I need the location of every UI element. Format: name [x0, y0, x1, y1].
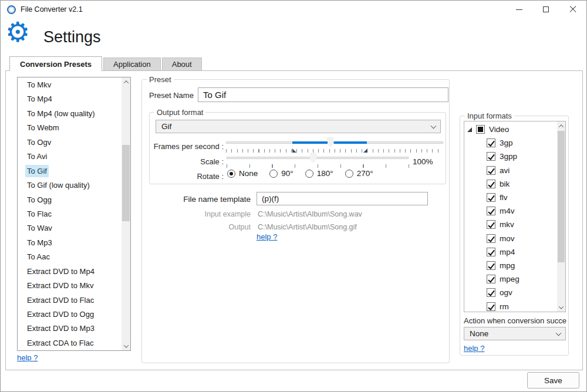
checkbox-checked-icon[interactable]: [487, 207, 495, 215]
scroll-thumb[interactable]: [558, 131, 565, 262]
format-item-3gpp[interactable]: 3gpp: [464, 150, 557, 163]
rotate-option-90[interactable]: 90°: [269, 169, 293, 178]
scale-slider[interactable]: [227, 153, 409, 163]
preset-item-to-gif-low-quality[interactable]: To Gif (low quality): [18, 178, 122, 192]
output-format-group-label: Output format: [154, 108, 205, 117]
preset-item-to-avi[interactable]: To Avi: [18, 150, 122, 164]
preset-item-label: To Mp4: [25, 93, 54, 105]
radio-icon[interactable]: [227, 170, 235, 178]
format-category-video[interactable]: Video: [464, 123, 557, 136]
format-item-mp4[interactable]: mp4: [464, 245, 557, 259]
preset-item-extract-dvd-to-flac[interactable]: Extract DVD to Flac: [18, 293, 122, 307]
preset-item-label: To Webm: [25, 121, 61, 134]
preset-item-label: To Wav: [25, 222, 54, 234]
formats-help-link[interactable]: help ?: [464, 344, 484, 353]
format-item-3gp[interactable]: 3gp: [464, 136, 557, 150]
fps-slider[interactable]: [226, 137, 443, 148]
tree-expander-icon[interactable]: [467, 127, 472, 132]
preset-item-extract-dvd-to-mp4[interactable]: Extract DVD to Mp4: [18, 265, 122, 279]
close-button[interactable]: [559, 1, 586, 18]
preset-item-label: Extract DVD to Ogg: [25, 308, 96, 320]
scale-slider-thumb[interactable]: [310, 153, 316, 163]
format-item-mpg[interactable]: mpg: [464, 259, 557, 272]
output-example-label: Output: [174, 223, 251, 231]
radio-icon[interactable]: [269, 170, 278, 178]
checkbox-checked-icon[interactable]: [487, 234, 495, 243]
preset-item-extract-cda-to-flac[interactable]: Extract CDA to Flac: [18, 336, 122, 350]
preset-name-input[interactable]: [198, 87, 448, 102]
preset-item-to-ogg[interactable]: To Ogg: [18, 193, 122, 207]
format-item-ogv[interactable]: ogv: [464, 286, 557, 299]
checkbox-checked-icon[interactable]: [487, 166, 495, 175]
tab-about[interactable]: About: [162, 58, 202, 70]
checkbox-checked-icon[interactable]: [487, 261, 495, 270]
radio-label: 90°: [281, 169, 293, 178]
presets-help-link[interactable]: help ?: [17, 353, 38, 362]
format-item-label: mp4: [500, 248, 515, 256]
scroll-up-icon[interactable]: [122, 77, 130, 86]
checkbox-checked-icon[interactable]: [487, 288, 495, 297]
checkbox-checked-icon[interactable]: [487, 275, 495, 283]
format-item-rm[interactable]: rm: [464, 299, 557, 312]
radio-label: 180°: [317, 169, 333, 178]
minimize-button[interactable]: [505, 1, 532, 18]
tab-strip: Conversion PresetsApplicationAbout: [9, 56, 202, 71]
format-item-mov[interactable]: mov: [464, 232, 557, 245]
format-item-mkv[interactable]: mkv: [464, 218, 557, 231]
fps-slider-thumb[interactable]: [328, 137, 334, 148]
format-item-bik[interactable]: bik: [464, 177, 557, 191]
preset-item-to-flac[interactable]: To Flac: [18, 207, 122, 221]
preset-item-to-mkv[interactable]: To Mkv: [18, 78, 122, 92]
preset-item-to-aac[interactable]: To Aac: [18, 250, 122, 264]
checkbox-checked-icon[interactable]: [487, 248, 495, 256]
preset-item-extract-dvd-to-mkv[interactable]: Extract DVD to Mkv: [18, 279, 122, 293]
preset-item-to-mp4[interactable]: To Mp4: [18, 92, 122, 106]
format-item-m4v[interactable]: m4v: [464, 204, 557, 218]
scroll-down-icon[interactable]: [122, 342, 130, 350]
scroll-thumb[interactable]: [122, 145, 130, 221]
template-help-link[interactable]: help ?: [257, 232, 277, 241]
checkbox-checked-icon[interactable]: [487, 302, 495, 311]
preset-list-scrollbar[interactable]: [122, 77, 130, 350]
format-item-label: mov: [500, 234, 515, 243]
checkbox-checked-icon[interactable]: [487, 180, 495, 188]
output-format-select[interactable]: Gif: [156, 120, 441, 133]
tab-conversion-presets[interactable]: Conversion Presets: [9, 56, 102, 71]
preset-item-to-gif[interactable]: To Gif: [18, 164, 122, 178]
output-example-value: C:\Music\Artist\Album\Song.gif: [258, 223, 357, 231]
format-tree-scrollbar[interactable]: [557, 121, 565, 312]
scroll-up-icon[interactable]: [557, 121, 565, 130]
checkbox-checked-icon[interactable]: [487, 220, 495, 229]
conversion-action-select[interactable]: None: [464, 327, 566, 340]
fps-range-start-marker: [292, 148, 296, 153]
rotate-option-none[interactable]: None: [227, 169, 258, 178]
checkbox-checked-icon[interactable]: [487, 138, 495, 147]
radio-icon[interactable]: [345, 170, 353, 178]
preset-item-to-ogv[interactable]: To Ogv: [18, 136, 122, 150]
rotate-option-270[interactable]: 270°: [345, 169, 373, 178]
checkbox-indeterminate-icon[interactable]: [476, 125, 485, 134]
preset-item-extract-dvd-to-mp3[interactable]: Extract DVD to Mp3: [18, 322, 122, 336]
preset-item-to-wav[interactable]: To Wav: [18, 221, 122, 235]
scale-slider-track[interactable]: [227, 157, 409, 159]
preset-item-to-mp4-low-quality[interactable]: To Mp4 (low quality): [18, 107, 122, 121]
app-icon: [7, 5, 16, 14]
tab-application[interactable]: Application: [103, 58, 161, 70]
close-icon: [569, 6, 576, 13]
save-button[interactable]: Save: [527, 372, 579, 388]
format-item-avi[interactable]: avi: [464, 164, 557, 177]
maximize-button[interactable]: [532, 1, 559, 18]
format-item-flv[interactable]: flv: [464, 191, 557, 204]
radio-icon[interactable]: [305, 170, 313, 178]
format-item-label: mkv: [500, 220, 514, 229]
checkbox-checked-icon[interactable]: [487, 193, 495, 202]
scroll-down-icon[interactable]: [557, 303, 565, 312]
checkbox-checked-icon[interactable]: [487, 152, 495, 161]
preset-item-to-mp3[interactable]: To Mp3: [18, 236, 122, 250]
rotate-option-180[interactable]: 180°: [305, 169, 333, 178]
preset-item-extract-dvd-to-ogg[interactable]: Extract DVD to Ogg: [18, 307, 122, 322]
file-template-input[interactable]: [257, 192, 428, 205]
chevron-down-icon: [556, 330, 562, 336]
preset-item-to-webm[interactable]: To Webm: [18, 121, 122, 135]
format-item-mpeg[interactable]: mpeg: [464, 272, 557, 286]
